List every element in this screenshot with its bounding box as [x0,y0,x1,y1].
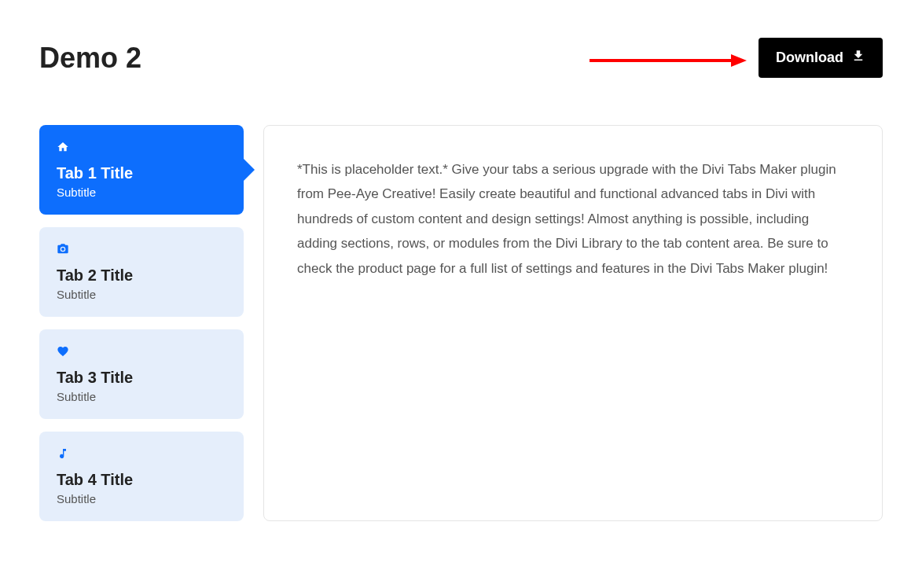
download-button[interactable]: Download [759,38,883,78]
content-text: *This is placeholder text.* Give your ta… [297,157,849,281]
tabs-sidebar: Tab 1 Title Subtitle Tab 2 Title Subtitl… [39,125,244,521]
content-panel: *This is placeholder text.* Give your ta… [263,125,883,521]
tab-item-4[interactable]: Tab 4 Title Subtitle [39,432,244,521]
tab-subtitle: Subtitle [57,186,226,199]
tab-subtitle: Subtitle [57,492,226,505]
tab-subtitle: Subtitle [57,288,226,301]
tab-title: Tab 1 Title [57,164,226,182]
svg-marker-1 [731,54,747,67]
page-title: Demo 2 [39,42,141,75]
camera-icon [57,243,226,259]
tab-title: Tab 3 Title [57,369,226,387]
tab-subtitle: Subtitle [57,390,226,403]
music-icon [57,447,226,463]
main-content: Tab 1 Title Subtitle Tab 2 Title Subtitl… [0,78,922,521]
download-icon [851,49,865,67]
tab-item-3[interactable]: Tab 3 Title Subtitle [39,329,244,419]
arrow-annotation [590,53,747,72]
tab-title: Tab 4 Title [57,471,226,489]
tab-item-1[interactable]: Tab 1 Title Subtitle [39,125,244,215]
tab-item-2[interactable]: Tab 2 Title Subtitle [39,227,244,317]
download-button-label: Download [776,50,843,66]
heart-icon [57,345,226,361]
header: Demo 2 Download [0,0,922,78]
home-icon [57,141,226,156]
tab-title: Tab 2 Title [57,266,226,285]
